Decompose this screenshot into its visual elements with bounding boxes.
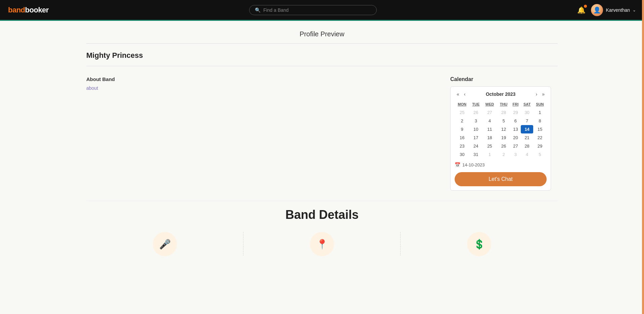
calendar-month-year: October 2023 bbox=[486, 91, 516, 97]
calendar-week-row: 2345678 bbox=[455, 117, 547, 125]
band-details-section: Band Details 🎤 📍 💲 bbox=[86, 201, 558, 260]
price-icon-circle: 💲 bbox=[467, 232, 491, 256]
calendar-day-cell[interactable]: 3 bbox=[469, 117, 482, 125]
calendar-day-cell[interactable]: 28 bbox=[497, 108, 510, 117]
page-content: Profile Preview Mighty Princess About Ba… bbox=[70, 21, 574, 260]
calendar-day-cell[interactable]: 2 bbox=[455, 117, 469, 125]
calendar-day-cell[interactable]: 4 bbox=[482, 117, 497, 125]
band-details-title: Band Details bbox=[86, 208, 558, 222]
calendar-day-cell[interactable]: 26 bbox=[469, 108, 482, 117]
calendar-day-cell[interactable]: 16 bbox=[455, 133, 469, 142]
calendar-day-cell[interactable]: 30 bbox=[455, 150, 469, 159]
calendar-day-cell[interactable]: 1 bbox=[533, 108, 547, 117]
search-input[interactable] bbox=[263, 7, 371, 13]
calendar-day-cell[interactable]: 25 bbox=[482, 142, 497, 150]
main-layout: About Band about Calendar « ‹ October 20… bbox=[86, 66, 558, 201]
calendar-day-cell[interactable]: 18 bbox=[482, 133, 497, 142]
band-detail-location: 📍 bbox=[243, 232, 401, 256]
avatar-image: 👤 bbox=[591, 4, 603, 16]
calendar-day-header: FRI bbox=[510, 101, 521, 108]
calendar-day-cell[interactable]: 22 bbox=[533, 133, 547, 142]
calendar-day-header: WED bbox=[482, 101, 497, 108]
calendar-day-cell[interactable]: 10 bbox=[469, 125, 482, 133]
search-bar[interactable]: 🔍 bbox=[249, 5, 377, 15]
calendar-widget: « ‹ October 2023 › » MONTUEWEDTHUFRISATS… bbox=[450, 86, 551, 191]
calendar-day-cell[interactable]: 8 bbox=[533, 117, 547, 125]
selected-date-text: 14-10-2023 bbox=[462, 162, 485, 167]
right-panel: Calendar « ‹ October 2023 › » bbox=[450, 76, 558, 191]
band-detail-price: 💲 bbox=[401, 232, 558, 256]
calendar-day-cell[interactable]: 6 bbox=[510, 117, 521, 125]
calendar-week-row: 303112345 bbox=[455, 150, 547, 159]
location-icon-circle: 📍 bbox=[310, 232, 334, 256]
calendar-day-cell[interactable]: 7 bbox=[521, 117, 533, 125]
calendar-week-row: 16171819202122 bbox=[455, 133, 547, 142]
about-band-text: about bbox=[86, 85, 437, 91]
header-right: 🔔 👤 Karventhan ⌄ bbox=[577, 4, 636, 16]
calendar-week-row: 23242526272829 bbox=[455, 142, 547, 150]
calendar-label: Calendar bbox=[450, 76, 558, 82]
calendar-day-cell[interactable]: 2 bbox=[497, 150, 510, 159]
logo-band: band bbox=[8, 6, 25, 14]
calendar-icon: 📅 bbox=[455, 162, 460, 167]
price-icon: 💲 bbox=[473, 239, 485, 250]
calendar-day-cell[interactable]: 26 bbox=[497, 142, 510, 150]
search-icon: 🔍 bbox=[255, 7, 261, 13]
logo[interactable]: bandbooker bbox=[8, 6, 49, 14]
band-details-icons: 🎤 📍 💲 bbox=[86, 232, 558, 256]
next-nav-group: › » bbox=[534, 91, 547, 97]
avatar: 👤 bbox=[591, 4, 603, 16]
calendar-day-cell[interactable]: 15 bbox=[533, 125, 547, 133]
calendar-day-cell[interactable]: 1 bbox=[482, 150, 497, 159]
band-name: Mighty Princess bbox=[86, 44, 558, 66]
calendar-day-cell[interactable]: 13 bbox=[510, 125, 521, 133]
user-info[interactable]: 👤 Karventhan ⌄ bbox=[591, 4, 636, 16]
notification-bell[interactable]: 🔔 bbox=[577, 6, 586, 14]
calendar-day-cell[interactable]: 11 bbox=[482, 125, 497, 133]
calendar-day-cell[interactable]: 5 bbox=[533, 150, 547, 159]
prev-prev-btn[interactable]: « bbox=[455, 91, 461, 97]
prev-btn[interactable]: ‹ bbox=[462, 91, 468, 97]
calendar-day-cell[interactable]: 20 bbox=[510, 133, 521, 142]
chevron-down-icon: ⌄ bbox=[633, 8, 636, 12]
notification-badge bbox=[584, 5, 587, 8]
calendar-day-cell[interactable]: 29 bbox=[533, 142, 547, 150]
calendar-week-row: 9101112131415 bbox=[455, 125, 547, 133]
calendar-day-header: THU bbox=[497, 101, 510, 108]
calendar-day-cell[interactable]: 3 bbox=[510, 150, 521, 159]
band-detail-music: 🎤 bbox=[86, 232, 243, 256]
lets-chat-button[interactable]: Let's Chat bbox=[455, 172, 547, 186]
calendar-day-cell[interactable]: 12 bbox=[497, 125, 510, 133]
next-next-btn[interactable]: » bbox=[540, 91, 547, 97]
calendar-day-cell[interactable]: 9 bbox=[455, 125, 469, 133]
next-btn[interactable]: › bbox=[534, 91, 540, 97]
calendar-day-header: SAT bbox=[521, 101, 533, 108]
calendar-header-row: MONTUEWEDTHUFRISATSUN bbox=[455, 101, 547, 108]
calendar-day-header: TUE bbox=[469, 101, 482, 108]
calendar-day-cell[interactable]: 19 bbox=[497, 133, 510, 142]
username-label: Karventhan bbox=[606, 7, 630, 13]
calendar-day-cell[interactable]: 17 bbox=[469, 133, 482, 142]
calendar-day-cell[interactable]: 14 bbox=[521, 125, 533, 133]
calendar-day-cell[interactable]: 27 bbox=[510, 142, 521, 150]
logo-booker: booker bbox=[25, 6, 49, 14]
calendar-day-cell[interactable]: 31 bbox=[469, 150, 482, 159]
calendar-day-cell[interactable]: 23 bbox=[455, 142, 469, 150]
header: bandbooker 🔍 🔔 👤 Karventhan ⌄ bbox=[0, 0, 644, 21]
right-accent-bar bbox=[642, 0, 644, 314]
calendar-day-header: MON bbox=[455, 101, 469, 108]
prev-nav-group: « ‹ bbox=[455, 91, 467, 97]
calendar-nav: « ‹ October 2023 › » bbox=[455, 91, 547, 97]
calendar-day-cell[interactable]: 25 bbox=[455, 108, 469, 117]
calendar-day-cell[interactable]: 29 bbox=[510, 108, 521, 117]
calendar-day-cell[interactable]: 4 bbox=[521, 150, 533, 159]
calendar-day-cell[interactable]: 30 bbox=[521, 108, 533, 117]
music-icon-circle: 🎤 bbox=[153, 232, 177, 256]
calendar-day-cell[interactable]: 27 bbox=[482, 108, 497, 117]
calendar-day-cell[interactable]: 5 bbox=[497, 117, 510, 125]
calendar-day-cell[interactable]: 24 bbox=[469, 142, 482, 150]
calendar-day-cell[interactable]: 28 bbox=[521, 142, 533, 150]
calendar-grid: MONTUEWEDTHUFRISATSUN 252627282930123456… bbox=[455, 101, 547, 159]
calendar-day-cell[interactable]: 21 bbox=[521, 133, 533, 142]
selected-date-row: 📅 14-10-2023 bbox=[455, 162, 547, 167]
